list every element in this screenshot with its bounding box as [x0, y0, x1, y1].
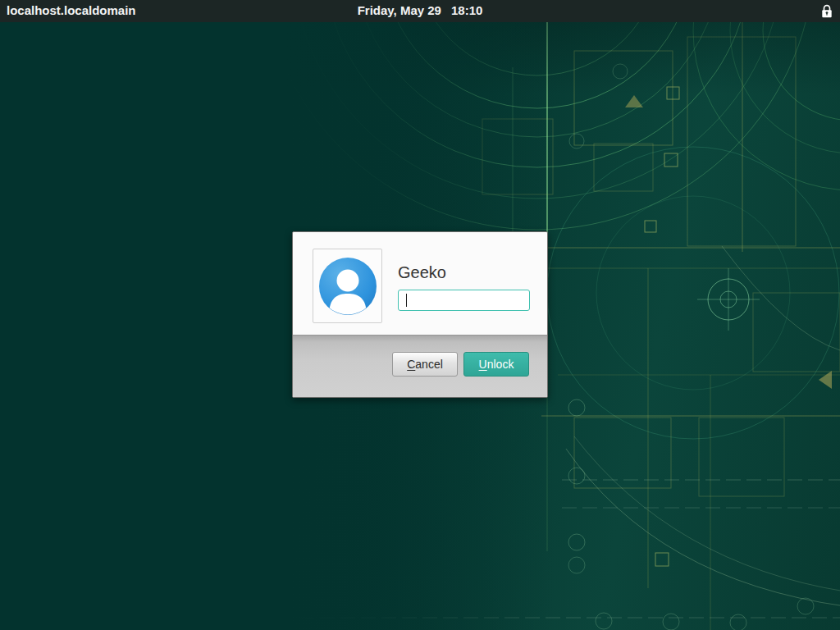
text-caret — [406, 294, 407, 307]
user-avatar-icon — [318, 257, 377, 316]
unlock-dialog: Geeko Cancel Unlock — [292, 231, 548, 398]
cancel-button[interactable]: Cancel — [392, 352, 458, 377]
dialog-body: Geeko — [293, 232, 547, 335]
password-field-wrap — [398, 290, 530, 311]
unlock-button[interactable]: Unlock — [463, 352, 529, 377]
dialog-footer: Cancel Unlock — [293, 335, 547, 397]
password-input[interactable] — [398, 290, 530, 311]
date-label: Friday, May 29 — [358, 3, 441, 17]
clock: Friday, May 2918:10 — [358, 3, 483, 17]
lock-icon — [821, 4, 833, 18]
lock-screen: localhost.localdomain Friday, May 2918:1… — [0, 0, 840, 630]
user-avatar — [313, 249, 382, 323]
time-label: 18:10 — [451, 3, 482, 17]
top-panel: localhost.localdomain Friday, May 2918:1… — [0, 0, 840, 22]
credentials-column: Geeko — [398, 262, 531, 311]
username-label: Geeko — [398, 262, 531, 283]
hostname-label: localhost.localdomain — [7, 3, 136, 17]
